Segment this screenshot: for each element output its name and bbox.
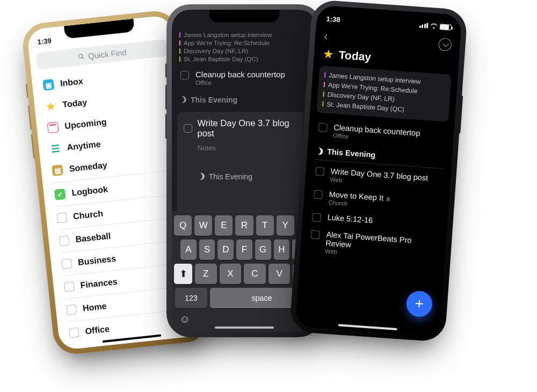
notch [209, 10, 279, 23]
notes-placeholder[interactable]: Notes [198, 144, 305, 152]
section-this-evening: This Evening [172, 91, 317, 108]
key-w[interactable]: W [194, 215, 212, 236]
key-x[interactable]: X [220, 264, 242, 284]
search-icon [77, 53, 85, 61]
checkbox[interactable] [180, 71, 189, 79]
phone-oled-today: 1:38 ‹ ★ Today James Langston setup inte… [289, 0, 468, 342]
quick-find-placeholder: Quick Find [88, 47, 127, 60]
key-shift[interactable]: ⬆ [174, 264, 192, 284]
checkbox[interactable] [314, 190, 323, 199]
sidebar-item-label: Anytime [67, 140, 101, 153]
status-time: 1:39 [37, 37, 52, 46]
key-t[interactable]: T [256, 215, 274, 236]
event-label: Discovery Day (NF, LR) [184, 47, 248, 55]
stack-icon: ☰ [49, 143, 61, 155]
key-y[interactable]: Y [277, 215, 294, 236]
home-indicator[interactable] [215, 326, 274, 329]
section-label: This Evening [327, 147, 376, 159]
task-title: Luke 5:12-16 [327, 213, 373, 225]
event-label: St. Jean Baptiste Day (QC) [184, 55, 258, 63]
home-indicator[interactable] [338, 324, 397, 330]
task-row[interactable]: Cleanup back countertop Office [172, 64, 317, 91]
area-icon [69, 328, 79, 338]
battery-icon [440, 24, 452, 31]
sidebar-item-label: Someday [69, 160, 108, 173]
task-edit-card[interactable]: Write Day One 3.7 blog post Notes This E… [177, 112, 311, 224]
key-a[interactable]: A [180, 239, 197, 260]
star-icon: ★ [323, 47, 334, 61]
checkbox[interactable] [315, 167, 324, 176]
moon-icon [316, 147, 323, 155]
sidebar-item-label: Business [77, 254, 117, 267]
page-title-label: Today [338, 48, 372, 63]
when-label: This Evening [209, 172, 252, 181]
area-icon [59, 236, 70, 246]
key-r[interactable]: R [235, 215, 253, 236]
key-v[interactable]: V [268, 264, 291, 284]
emoji-key[interactable]: ☺ [179, 313, 190, 325]
key-f[interactable]: F [236, 239, 252, 260]
checkbox[interactable] [311, 230, 320, 239]
key-s[interactable]: S [199, 239, 215, 260]
event-label: App We're Trying: Re:Schedule [184, 39, 270, 47]
section-label: This Evening [191, 96, 237, 104]
attachment-icon: 🗎 [386, 196, 391, 202]
archive-icon: ▤ [52, 164, 63, 176]
calendar-icon [47, 122, 59, 134]
sidebar-item-label: Upcoming [64, 117, 107, 131]
calendar-events[interactable]: James Langston setup interview App We're… [316, 66, 452, 122]
checkbox[interactable] [312, 213, 321, 222]
sidebar-item-label: Office [85, 324, 110, 337]
task-when-evening[interactable]: This Evening [198, 172, 305, 181]
task-title-input[interactable]: Write Day One 3.7 blog post [198, 118, 305, 139]
check-icon: ✓ [54, 188, 66, 200]
status-time: 1:38 [326, 14, 340, 24]
back-button[interactable]: ‹ [323, 29, 328, 43]
key-e[interactable]: E [215, 215, 233, 236]
key-c[interactable]: C [244, 264, 266, 284]
svg-line-1 [82, 57, 84, 59]
sidebar-item-label: Today [62, 98, 88, 110]
key-q[interactable]: Q [174, 215, 192, 236]
moon-icon [198, 173, 205, 180]
sidebar-item-label: Logbook [71, 185, 108, 198]
inbox-icon: ▣ [42, 79, 54, 91]
expand-button[interactable] [438, 38, 452, 52]
sidebar-item-label: Baseball [75, 231, 111, 245]
task-project: Office [195, 79, 285, 86]
checkbox[interactable] [318, 123, 328, 132]
area-icon [66, 304, 77, 315]
area-icon [61, 258, 72, 269]
sidebar-item-label: Finances [80, 277, 118, 291]
sidebar-item-label: Church [72, 209, 104, 222]
moon-icon [179, 96, 186, 103]
checkbox[interactable] [184, 124, 192, 133]
key-h[interactable]: H [274, 239, 290, 260]
sidebar-item-label: Home [82, 301, 107, 314]
task-title: Cleanup back countertop [195, 70, 285, 79]
wifi-icon [430, 23, 438, 29]
sidebar-item-label: Inbox [60, 76, 83, 88]
key-123[interactable]: 123 [175, 288, 207, 308]
event-label: James Langston setup interview [184, 31, 272, 39]
add-task-button[interactable]: + [405, 290, 433, 317]
star-icon: ★ [45, 100, 56, 112]
key-d[interactable]: D [217, 239, 234, 260]
key-g[interactable]: G [255, 239, 271, 260]
area-icon [64, 281, 75, 292]
key-z[interactable]: Z [195, 264, 217, 284]
calendar-events: James Langston setup interview App We're… [172, 31, 317, 64]
area-icon [56, 213, 67, 223]
